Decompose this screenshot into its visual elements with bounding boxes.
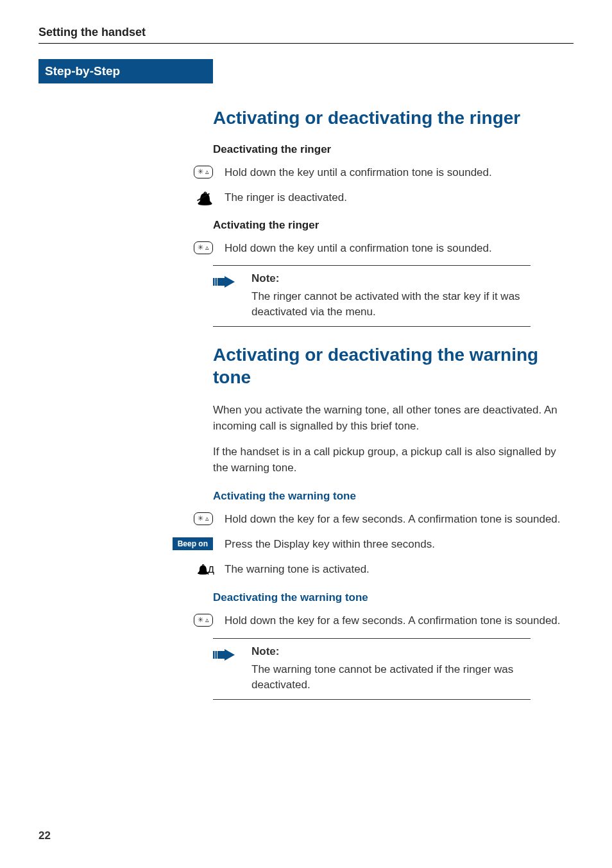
star-key-icon <box>194 241 213 254</box>
warning-tone-icon <box>197 562 213 576</box>
content-column: Activating or deactivating the ringer De… <box>213 83 574 716</box>
step-text: The warning tone is activated. <box>225 562 574 578</box>
section-title-ringer: Activating or deactivating the ringer <box>213 107 574 129</box>
subheading-deactivate-ringer: Deactivating the ringer <box>213 143 574 156</box>
svg-rect-5 <box>216 651 217 659</box>
svg-marker-7 <box>225 649 235 661</box>
svg-rect-2 <box>217 278 225 286</box>
note-label: Note: <box>251 272 531 285</box>
paragraph: When you activate the warning tone, all … <box>213 403 574 434</box>
star-key-icon <box>194 166 213 178</box>
svg-rect-0 <box>213 278 215 286</box>
svg-marker-3 <box>225 276 235 288</box>
svg-rect-1 <box>216 278 217 286</box>
note-text: The warning tone cannot be activated if … <box>251 662 531 693</box>
note-label: Note: <box>251 645 531 658</box>
note-arrow-icon <box>213 649 235 661</box>
bell-off-icon <box>197 191 213 206</box>
section-title-warning-tone: Activating or deactivating the warning t… <box>213 343 574 388</box>
note-box: Note: The warning tone cannot be activat… <box>213 638 531 700</box>
paragraph: If the handset is in a call pickup group… <box>213 444 574 476</box>
note-text: The ringer cannot be activated with the … <box>251 289 531 320</box>
step-by-step-tab: Step-by-Step <box>38 59 213 83</box>
note-arrow-icon <box>213 276 235 288</box>
star-key-icon <box>194 512 213 525</box>
note-box: Note: The ringer cannot be activated wit… <box>213 265 531 327</box>
subheading-activate-warning: Activating the warning tone <box>213 490 574 503</box>
svg-rect-4 <box>213 651 215 659</box>
step-text: Hold down the key until a confirmation t… <box>225 165 574 181</box>
star-key-icon <box>194 614 213 627</box>
page-number: 22 <box>38 829 51 842</box>
step-text: Press the Display key within three secon… <box>225 537 574 553</box>
step-text: Hold down the key for a few seconds. A c… <box>225 512 574 528</box>
step-text: Hold down the key until a confirmation t… <box>225 241 574 257</box>
header-rule <box>38 43 574 44</box>
subheading-deactivate-warning: Deactivating the warning tone <box>213 591 574 604</box>
step-text: Hold down the key for a few seconds. A c… <box>225 613 574 629</box>
step-text: The ringer is deactivated. <box>225 190 574 206</box>
page: Setting the handset Step-by-Step Activat… <box>0 0 612 868</box>
running-header: Setting the handset <box>38 26 574 39</box>
svg-rect-6 <box>217 651 225 659</box>
subheading-activate-ringer: Activating the ringer <box>213 219 574 232</box>
beep-on-display-key: Beep on <box>173 537 213 550</box>
